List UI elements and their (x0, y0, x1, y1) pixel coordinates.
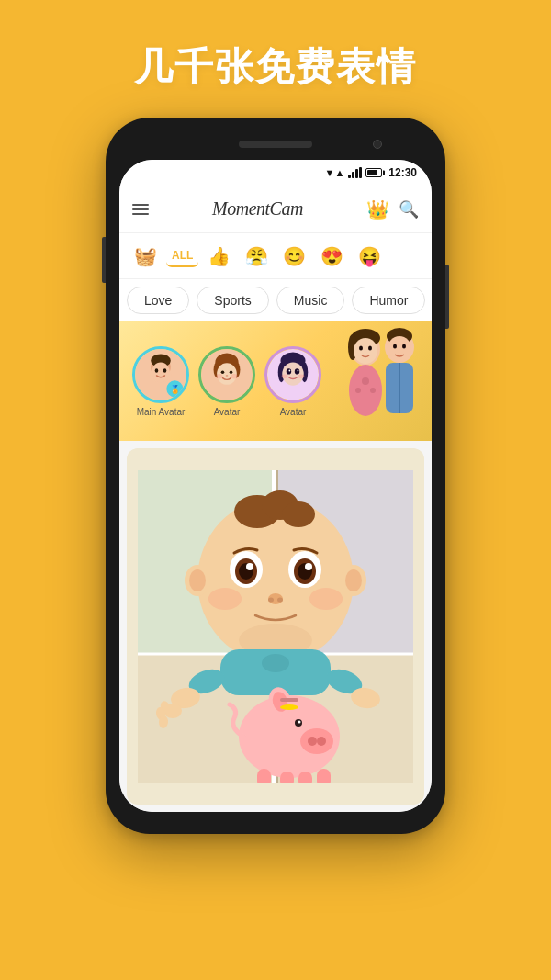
menu-line-3 (132, 213, 149, 215)
couple-svg (331, 321, 432, 441)
svg-rect-96 (257, 769, 271, 783)
svg-point-17 (216, 374, 222, 378)
svg-point-36 (349, 365, 382, 416)
app-logo: MomentCam (212, 198, 303, 220)
svg-point-37 (362, 377, 369, 385)
svg-point-69 (305, 563, 312, 570)
svg-rect-99 (317, 769, 331, 783)
svg-point-89 (317, 737, 326, 746)
phone-camera (373, 140, 382, 149)
chip-sports[interactable]: Sports (197, 287, 268, 314)
svg-point-42 (388, 336, 411, 362)
thumbsup-icon: 👍 (208, 245, 231, 267)
filter-chips-row: Love Sports Music Humor Romance (119, 279, 432, 321)
face3-icon: 😍 (320, 245, 343, 267)
main-avatar-face: 🏅 (135, 346, 186, 403)
baby-svg (138, 470, 413, 783)
svg-point-34 (359, 346, 363, 351)
svg-point-44 (402, 344, 406, 349)
main-avatar-label: Main Avatar (137, 407, 186, 417)
svg-point-68 (246, 563, 253, 570)
menu-line-2 (132, 208, 149, 210)
menu-button[interactable] (132, 204, 149, 215)
svg-point-35 (368, 346, 372, 351)
cat-thumbsup[interactable]: 👍 (202, 242, 236, 271)
svg-point-61 (345, 569, 362, 591)
svg-point-77 (262, 654, 289, 672)
avatar-circle-main: 🏅 (132, 346, 189, 403)
chip-music[interactable]: Music (276, 287, 345, 314)
svg-point-33 (354, 338, 377, 364)
phone-notch (118, 130, 433, 158)
avatar1-face (201, 346, 253, 403)
avatar2-face (267, 346, 319, 403)
status-bar: ▼▲ 12:30 (119, 160, 432, 186)
cat-face2[interactable]: 😊 (277, 242, 311, 271)
svg-point-93 (298, 721, 301, 724)
chip-humor[interactable]: Humor (352, 287, 425, 314)
svg-point-74 (309, 588, 343, 610)
header-right: 👑 🔍 (366, 198, 419, 220)
svg-point-88 (308, 737, 317, 746)
menu-line-1 (132, 204, 149, 206)
svg-point-27 (298, 369, 299, 371)
battery-icon (365, 168, 382, 177)
svg-rect-94 (280, 698, 298, 702)
svg-point-15 (230, 370, 233, 374)
svg-point-16 (226, 375, 229, 377)
all-label: ALL (172, 249, 193, 262)
avatar-item-main[interactable]: 🏅 Main Avatar (132, 346, 189, 417)
phone-screen: ▼▲ 12:30 MomentCam (119, 160, 432, 812)
svg-point-39 (370, 388, 376, 393)
svg-point-5 (155, 368, 159, 373)
svg-point-73 (208, 588, 242, 610)
svg-point-72 (277, 598, 283, 603)
banner-couple (331, 321, 432, 441)
signal-icon (348, 167, 362, 178)
svg-point-13 (217, 363, 237, 384)
svg-point-26 (288, 369, 290, 371)
svg-point-6 (163, 368, 167, 373)
cat-basket[interactable]: 🧺 (129, 242, 163, 271)
basket-icon: 🧺 (134, 245, 157, 267)
category-icons-row: 🧺 ALL 👍 😤 😊 😍 😝 (119, 233, 432, 279)
avatar-banner: 🏅 Main Avatar (119, 321, 432, 441)
status-icons: ▼▲ 12:30 (325, 166, 417, 179)
wifi-icon: ▼▲ (325, 167, 345, 178)
face1-icon: 😤 (245, 245, 268, 267)
avatar-circle-2 (264, 346, 321, 403)
face4-icon: 😝 (358, 245, 381, 267)
avatar-circle-1 (198, 346, 255, 403)
app-header: MomentCam 👑 🔍 (119, 186, 432, 233)
svg-point-25 (295, 368, 299, 374)
vip-icon[interactable]: 👑 (366, 198, 389, 220)
svg-point-43 (393, 344, 397, 349)
search-icon[interactable]: 🔍 (399, 199, 419, 220)
svg-text:🏅: 🏅 (170, 384, 181, 395)
face2-icon: 😊 (283, 245, 306, 267)
cat-face3[interactable]: 😍 (315, 242, 349, 271)
svg-point-23 (282, 362, 303, 385)
content-area: 🏅 Main Avatar (119, 321, 432, 812)
svg-point-4 (152, 362, 170, 382)
svg-point-95 (280, 704, 298, 710)
avatar2-label: Avatar (280, 407, 307, 417)
svg-point-24 (287, 368, 291, 374)
svg-point-60 (189, 569, 206, 591)
cat-face1[interactable]: 😤 (240, 242, 274, 271)
svg-point-29 (298, 374, 304, 378)
cat-all[interactable]: ALL (166, 245, 198, 267)
svg-point-38 (355, 388, 361, 393)
svg-point-71 (268, 598, 274, 603)
baby-illustration (127, 448, 424, 805)
status-time: 12:30 (388, 166, 417, 179)
avatar-item-2[interactable]: Avatar (264, 346, 321, 417)
phone-device: ▼▲ 12:30 MomentCam (106, 118, 445, 834)
chip-love[interactable]: Love (127, 287, 189, 314)
cat-face4[interactable]: 😝 (353, 242, 387, 271)
headline: 几千张免费表情 (134, 44, 417, 90)
svg-point-14 (221, 370, 225, 374)
content-card[interactable] (127, 448, 424, 805)
avatar-item-1[interactable]: Avatar (198, 346, 255, 417)
phone-speaker (239, 141, 312, 148)
